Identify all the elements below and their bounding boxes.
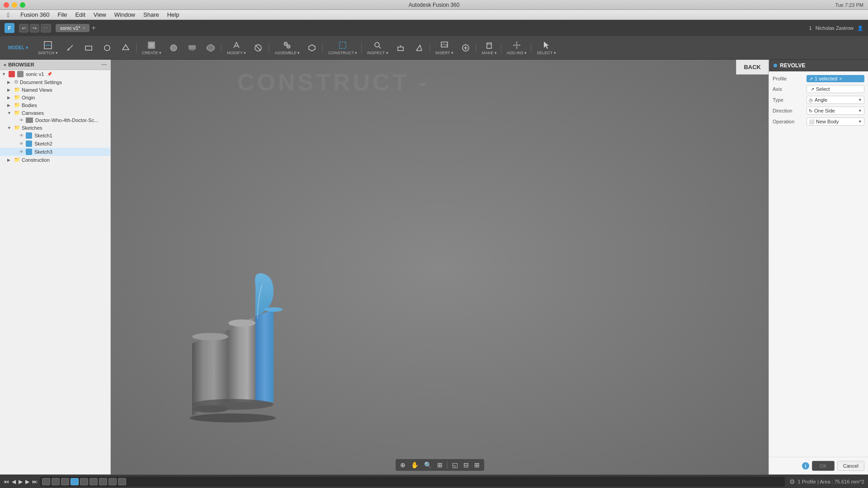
timeline-item[interactable] (118, 478, 126, 485)
sketch-tool-2[interactable] (61, 42, 79, 54)
select-tool-1[interactable]: SELECT ▾ (534, 39, 558, 56)
tree-item-named-views[interactable]: ▶ 📁 Named Views (0, 86, 110, 94)
insert-tool-1[interactable]: INSERT ▾ (433, 39, 456, 56)
close-button[interactable] (4, 2, 9, 8)
timeline-end-button[interactable]: ⏭ (32, 479, 38, 485)
menu-window[interactable]: Window (111, 10, 139, 19)
timeline-item[interactable] (52, 478, 60, 485)
apple-menu[interactable]:  (4, 10, 13, 19)
fit-icon[interactable]: ⊞ (435, 460, 444, 469)
tree-item-construction[interactable]: ▶ 📁 Construction (0, 156, 110, 164)
ok-button[interactable]: OK (812, 461, 835, 471)
timeline-rewind-button[interactable]: ⏮ (4, 479, 9, 485)
display-icon[interactable]: ⊞ (472, 460, 481, 469)
type-icon: ◷ (809, 98, 813, 103)
tree-item-doc-settings[interactable]: ▶ ⚙ Document Settings (0, 78, 110, 86)
tree-item-sketch3[interactable]: ▶ 👁 Sketch3 (0, 148, 110, 156)
info-icon[interactable]: i (802, 462, 809, 469)
svg-point-31 (192, 399, 274, 410)
direction-dropdown[interactable]: ↻ One Side ▼ (807, 107, 864, 115)
timeline-item[interactable] (80, 478, 88, 485)
create-tool-2[interactable] (165, 42, 183, 54)
svg-point-27 (192, 333, 228, 340)
operation-dropdown[interactable]: ⬜ New Body ▼ (807, 117, 864, 126)
inspect-tool-3[interactable] (410, 42, 428, 54)
maximize-button[interactable] (20, 2, 25, 8)
modify-tool-2[interactable] (249, 42, 267, 54)
revolve-panel-header: REVOLVE (769, 60, 868, 71)
model-dropdown[interactable]: MODEL ▾ (5, 44, 31, 52)
pan-icon[interactable]: ✋ (409, 460, 420, 469)
timeline-settings-icon[interactable]: ⚙ (789, 478, 795, 485)
sketch-tool-5[interactable] (117, 42, 135, 54)
undo-button[interactable]: ↩ (19, 24, 28, 33)
tree-item-canvas-child[interactable]: ▶ 👁 Doctor-Who-4th-Doctor-Sc... (0, 117, 110, 124)
inspect-tool-2[interactable] (392, 42, 410, 54)
menu-file[interactable]: File (54, 10, 71, 19)
workspace-tab-active[interactable]: sonic v1* × (56, 24, 90, 32)
type-dropdown[interactable]: ◷ Angle ▼ (807, 96, 864, 104)
timeline-play-button[interactable]: ▶ (19, 479, 23, 485)
tree-item-bodies[interactable]: ▶ 📁 Bodies (0, 101, 110, 109)
svg-marker-10 (207, 44, 214, 52)
axis-select-button[interactable]: ↗ Select (807, 85, 864, 93)
create-tool-3[interactable] (183, 42, 201, 54)
timeline-item[interactable] (61, 478, 69, 485)
tree-item-sketch1[interactable]: ▶ 👁 Sketch1 (0, 131, 110, 140)
assemble-tool-2[interactable] (303, 42, 321, 54)
insert-tool-2[interactable] (457, 42, 475, 54)
grid-icon[interactable]: ⊟ (462, 460, 471, 469)
direction-label: Direction (773, 108, 807, 113)
sketch-tool-1[interactable]: SKETCH ▾ (35, 39, 61, 56)
history-button[interactable]: ⋯ (41, 24, 51, 33)
redo-button[interactable]: ↪ (30, 24, 39, 33)
back-button[interactable]: BACK (736, 60, 769, 75)
tree-item-canvases[interactable]: ▼ 📁 Canvases (0, 109, 110, 117)
inspect-tool-1[interactable]: INSPECT ▾ (364, 39, 391, 56)
inspect-label: INSPECT ▾ (367, 51, 388, 55)
menu-share[interactable]: Share (140, 10, 163, 19)
tree-item-sketches[interactable]: ▼ 📁 Sketches (0, 124, 110, 131)
timeline-item[interactable] (90, 478, 98, 485)
zoom-icon[interactable]: 🔍 (422, 460, 434, 469)
modify-tool-1[interactable]: MODIFY ▾ (224, 39, 249, 56)
browser-options-icon[interactable]: ⋯ (101, 61, 107, 68)
make-tool-1[interactable]: MAKE ▾ (479, 39, 500, 56)
orbit-icon[interactable]: ⊕ (398, 460, 407, 469)
assemble-tool-1[interactable]: ASSEMBLE ▾ (272, 39, 302, 56)
operation-label: Operation (773, 119, 807, 124)
timeline-item-active[interactable] (71, 478, 79, 485)
tree-item-sketch2[interactable]: ▶ 👁 Sketch2 (0, 140, 110, 148)
menu-edit[interactable]: Edit (71, 10, 89, 19)
profile-value: ↗ 1 selected × (807, 75, 864, 82)
menu-fusion360[interactable]: Fusion 360 (17, 10, 53, 19)
cancel-button[interactable]: Cancel (837, 461, 864, 471)
menu-view[interactable]: View (90, 10, 110, 19)
model-selector[interactable]: MODEL ▾ (4, 44, 33, 52)
tab-add-button[interactable]: + (91, 24, 95, 32)
sketch-tool-3[interactable] (80, 42, 98, 54)
assemble-group: ASSEMBLE ▾ (270, 39, 323, 56)
chevron-right-icon: ▶ (7, 103, 13, 108)
create-tool-4[interactable] (202, 42, 220, 54)
timeline-item[interactable] (108, 478, 117, 485)
timeline-item[interactable] (99, 478, 107, 485)
view-cube-icon[interactable]: ◱ (450, 460, 460, 469)
tree-item-origin[interactable]: ▶ 📁 Origin (0, 94, 110, 101)
browser-collapse-left[interactable]: « (4, 62, 6, 67)
sketch-tool-4[interactable] (98, 42, 116, 54)
timeline-next-button[interactable]: ▶ (25, 479, 29, 485)
profile-clear-button[interactable]: × (839, 76, 842, 81)
tree-item-root[interactable]: ▼ sonic v1 📌 (0, 70, 110, 78)
tab-close-icon[interactable]: × (83, 26, 85, 31)
type-value: ◷ Angle ▼ (807, 96, 864, 104)
timeline-item[interactable] (42, 478, 50, 485)
menu-help[interactable]: Help (164, 10, 183, 19)
minimize-button[interactable] (12, 2, 17, 8)
timeline-prev-button[interactable]: ◀ (12, 479, 16, 485)
create-tool-1[interactable]: CREATE ▾ (139, 39, 164, 56)
construct-tool-1[interactable]: CONSTRUCT ▾ (326, 39, 360, 56)
viewport[interactable]: BACK CONSTRUCT - (111, 60, 769, 474)
addins-tool-1[interactable]: ADD-INS ▾ (504, 39, 530, 56)
timeline-track (40, 477, 785, 487)
